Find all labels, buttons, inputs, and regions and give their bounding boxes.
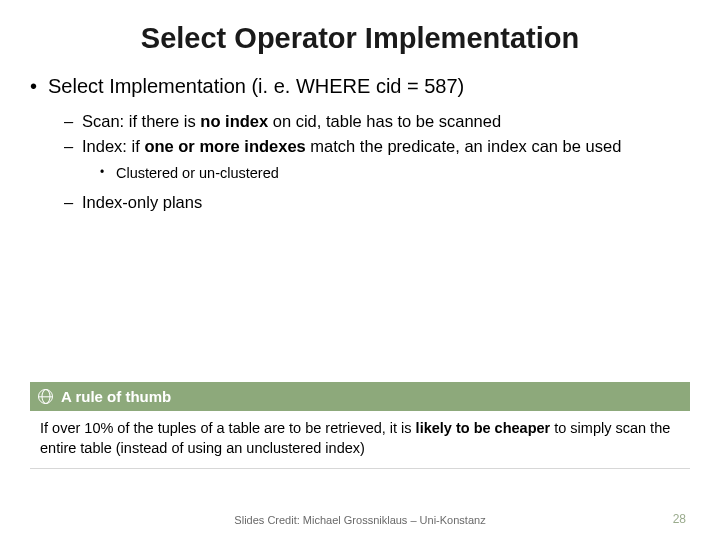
text-bold: likely to be cheaper [416, 420, 551, 436]
callout-heading: A rule of thumb [61, 388, 171, 405]
bullet-level1: Select Implementation (i. e. WHERE cid =… [28, 73, 692, 100]
callout-body: If over 10% of the tuples of a table are… [30, 411, 690, 469]
footer: Slides Credit: Michael Grossniklaus – Un… [0, 514, 720, 526]
globe-icon [38, 389, 53, 404]
bullet-scan: Scan: if there is no index on cid, table… [28, 110, 692, 132]
text: on cid, table has to be scanned [268, 112, 501, 130]
page-number: 28 [673, 512, 686, 526]
text: Scan: if there is [82, 112, 200, 130]
callout-box: A rule of thumb If over 10% of the tuple… [30, 382, 690, 469]
bullet-index: Index: if one or more indexes match the … [28, 135, 692, 157]
slide-title: Select Operator Implementation [0, 0, 720, 73]
text-bold: no index [200, 112, 268, 130]
callout-heading-bar: A rule of thumb [30, 382, 690, 411]
bullet-clustered: Clustered or un-clustered [28, 164, 692, 184]
slide-content: Select Implementation (i. e. WHERE cid =… [0, 73, 720, 213]
bullet-indexonly: Index-only plans [28, 191, 692, 213]
text: match the predicate, an index can be use… [306, 137, 622, 155]
text: Index: if [82, 137, 144, 155]
text-bold: one or more indexes [144, 137, 305, 155]
footer-credit: Slides Credit: Michael Grossniklaus – Un… [234, 514, 485, 526]
slide: Select Operator Implementation Select Im… [0, 0, 720, 540]
text: If over 10% of the tuples of a table are… [40, 420, 416, 436]
